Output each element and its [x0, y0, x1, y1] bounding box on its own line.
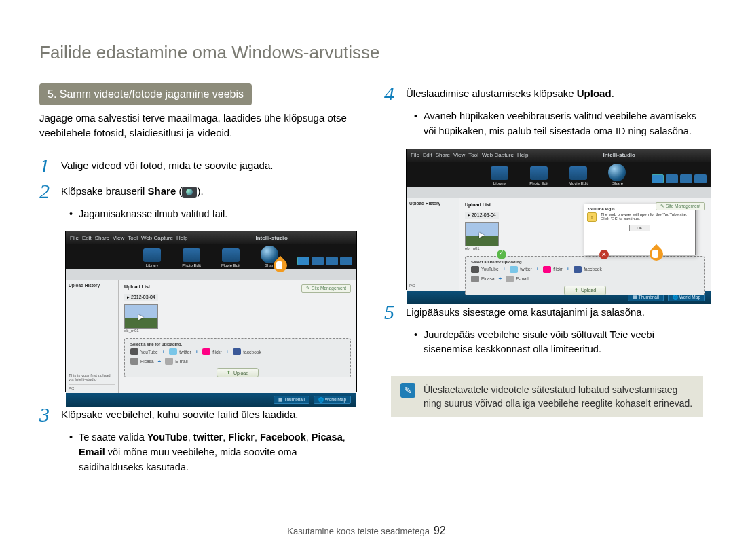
step-4-number: 4 — [384, 83, 399, 104]
left-column: 5. Samm videote/fotode jagamine veebis J… — [39, 83, 357, 485]
step-5-number: 5 — [384, 302, 399, 322]
step-4: 4 Üleslaadimise alustamiseks klõpsake Up… — [384, 83, 703, 104]
note-text: Üleslaetavatele videotele sätestatud lub… — [424, 383, 694, 411]
share-icon — [182, 187, 197, 198]
screenshot-share-window: FileEditShareViewToolWeb CaptureHelp Int… — [65, 231, 357, 392]
dialog-ok-button[interactable]: OK — [629, 225, 650, 231]
page-footer: Kasutamine koos teiste seadmetega92 — [0, 525, 733, 537]
site-management-button[interactable]: ✎ Site Management — [656, 202, 705, 210]
close-icon: ✕ — [599, 250, 609, 259]
step-3-text: Klõpsake veebilehel, kuhu soovite failid… — [61, 405, 298, 422]
login-dialog: YouTube login ! The web browser will ope… — [584, 204, 696, 255]
step-1: 1 Valige videod või fotod, mida te soovi… — [39, 155, 357, 176]
step-5-bullet: •Juurdepääs veebilehe sisule võib sõltuv… — [414, 328, 703, 358]
note-box: ✎ Üleslaetavatele videotele sätestatud l… — [391, 376, 703, 417]
upload-button[interactable]: Upload — [217, 368, 259, 377]
step-1-number: 1 — [39, 155, 54, 176]
intro-text: Jagage oma salvestisi terve maailmaga, l… — [39, 111, 357, 141]
right-column: 4 Üleslaadimise alustamiseks klõpsake Up… — [384, 83, 703, 485]
upload-button[interactable]: Upload — [564, 286, 606, 295]
step-2-number: 2 — [39, 181, 54, 202]
step-5: 5 Ligipääsuks sisestage oma kasutajanimi… — [384, 302, 703, 322]
check-icon — [497, 250, 506, 259]
step-2-text: Klõpsake brauseril Share (). — [61, 181, 204, 199]
site-management-button[interactable]: ✎ Site Management — [301, 284, 351, 293]
step-1-text: Valige videod või fotod, mida te soovite… — [61, 155, 273, 173]
step-header: 5. Samm videote/fotode jagamine veebis — [39, 83, 252, 105]
step-3: 3 Klõpsake veebilehel, kuhu soovite fail… — [39, 405, 357, 425]
screenshot-upload-confirm: FileEditShareViewToolWeb CaptureHelp Int… — [406, 149, 711, 290]
step-3-bullet: • Te saate valida YouTube, twitter, Flic… — [69, 430, 357, 474]
step-4-bullet: •Avaneb hüpikaken veebibrauseris valitud… — [414, 109, 703, 139]
note-icon: ✎ — [400, 383, 415, 398]
step-2-bullet: •Jagamisaknasse ilmub valitud fail. — [69, 207, 357, 222]
step-2: 2 Klõpsake brauseril Share (). — [39, 181, 357, 202]
step-3-number: 3 — [39, 405, 54, 425]
step-4-text: Üleslaadimise alustamiseks klõpsake Uplo… — [406, 83, 614, 101]
step-5-text: Ligipääsuks sisestage oma kasutajanimi j… — [406, 302, 645, 320]
page-title: Failide edastamine oma Windows-arvutisse — [39, 42, 694, 63]
